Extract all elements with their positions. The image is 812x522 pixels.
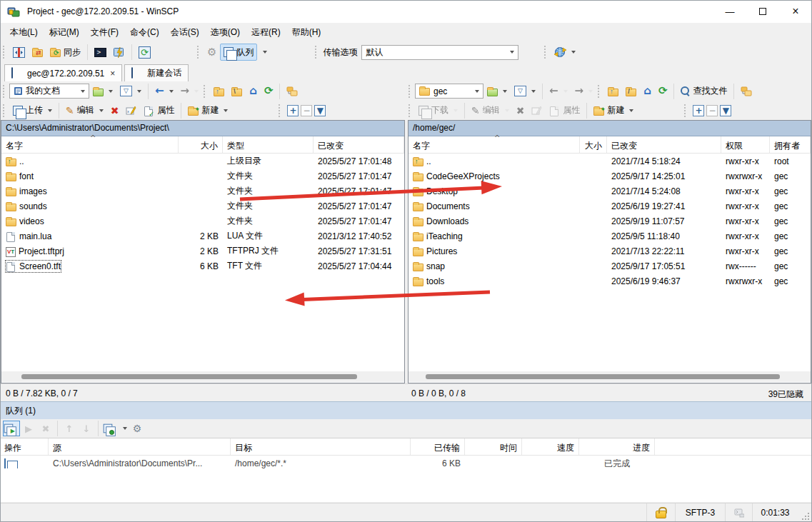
left-properties-button[interactable]: ✓ 属性 (140, 102, 178, 119)
left-new-button[interactable]: ✦ 新建 (184, 102, 231, 119)
column-header-2[interactable]: 已改变 (607, 136, 721, 153)
menu-item-0[interactable]: 本地(L) (4, 24, 44, 41)
left-delete-button[interactable]: ✖ (107, 102, 123, 119)
right-rename-button[interactable] (528, 102, 546, 119)
column-header-2[interactable]: 类型 (223, 136, 314, 153)
file-row[interactable]: videos文件夹2025/5/27 17:01:47 (1, 214, 404, 229)
left-select-button[interactable]: ▼ (314, 105, 326, 116)
menu-item-7[interactable]: 帮助(H) (286, 24, 327, 41)
left-parent-directory-button[interactable]: ↑ (210, 83, 228, 100)
queue-show-button[interactable]: ▶ (3, 421, 20, 436)
local-path-bar[interactable]: C:\Users\Administrator\Documents\Project… (1, 121, 404, 136)
queue-column-header-5[interactable]: 速度 (522, 438, 579, 455)
queue-move-down-button[interactable]: ↓ (78, 421, 95, 436)
queue-column-header-6[interactable]: 进度 (579, 438, 655, 455)
column-header-4[interactable]: 拥有者 (770, 136, 811, 153)
column-header-1[interactable]: 大小 (580, 136, 607, 153)
menu-item-6[interactable]: 远程(R) (246, 24, 286, 41)
session-color-button[interactable] (551, 44, 579, 61)
file-row[interactable]: CodeGeeXProjects2025/9/17 14:25:01rwxrwx… (408, 169, 811, 184)
synchronize-button[interactable]: ⟳ 同步 (46, 44, 84, 61)
toggle-panels-button[interactable] (9, 44, 29, 61)
file-row[interactable]: Pictures2021/7/13 22:22:11rwxr-xr-xgec (408, 244, 811, 259)
menu-item-5[interactable]: 选项(O) (205, 24, 246, 41)
right-delete-button[interactable]: ✖ (513, 102, 528, 119)
queue-column-header-0[interactable]: 操作 (0, 438, 49, 455)
close-button[interactable]: × (779, 0, 812, 23)
right-edit-button[interactable]: ✎ 编辑 (468, 102, 513, 119)
right-drive-combo[interactable]: gec (415, 84, 483, 99)
file-row[interactable]: Downloads2025/9/19 11:07:57rwxr-xr-xgec (408, 214, 811, 229)
close-session-icon[interactable]: × (110, 69, 115, 79)
menu-item-2[interactable]: 文件(F) (85, 24, 124, 41)
file-row[interactable]: tools2025/6/19 9:46:37rwxrwxr-xgec (408, 273, 811, 288)
right-expand-button[interactable]: + (693, 105, 704, 116)
queue-column-header-2[interactable]: 目标 (231, 438, 411, 455)
right-parent-directory-button[interactable]: ↑ (604, 83, 622, 100)
queue-item-row[interactable]: C:\Users\Administrator\Documents\Pr.../h… (0, 456, 812, 471)
left-home-button[interactable]: ⌂ (246, 83, 261, 100)
right-new-button[interactable]: ✦ 新建 (590, 102, 637, 119)
column-header-1[interactable]: 大小 (179, 136, 223, 153)
local-horizontal-scrollbar[interactable] (1, 371, 404, 382)
maximize-button[interactable] (746, 0, 779, 23)
queue-panel-header[interactable]: 队列 (1) (0, 401, 812, 419)
file-row[interactable]: sounds文件夹2025/5/27 17:01:47 (1, 199, 404, 214)
queue-cycle-button[interactable] (101, 421, 129, 436)
file-row[interactable]: Screen0.tft6 KBTFT 文件2025/5/27 17:04:44 (1, 259, 404, 273)
synchronize-browsing-button[interactable]: ⇄ (29, 44, 46, 61)
queue-dropdown-button[interactable] (257, 44, 271, 61)
menu-item-3[interactable]: 命令(C) (124, 24, 165, 41)
file-row[interactable]: font文件夹2025/5/27 17:01:47 (1, 169, 404, 184)
queue-delete-button[interactable]: ✖ (37, 421, 54, 436)
download-button[interactable]: 下载 (415, 102, 461, 119)
preferences-button[interactable]: ⚙ (204, 44, 220, 61)
resize-grip[interactable] (801, 511, 811, 521)
open-console-button[interactable]: > (91, 44, 110, 61)
file-row[interactable]: ↑..上级目录2025/5/27 17:01:48 (1, 154, 404, 169)
right-filter-button[interactable]: ▽ (511, 83, 539, 100)
minimize-button[interactable]: — (713, 0, 746, 23)
right-root-directory-button[interactable]: / (622, 83, 640, 100)
left-back-button[interactable]: ← (151, 83, 177, 100)
upload-button[interactable]: 上传 (9, 102, 56, 119)
left-expand-button[interactable]: + (287, 105, 299, 116)
remote-horizontal-scrollbar[interactable] (408, 371, 811, 382)
right-home-button[interactable]: ⌂ (640, 83, 655, 100)
remote-path-bar[interactable]: /home/gec/ (408, 121, 811, 136)
queue-toggle-button[interactable]: 队列 (220, 44, 257, 61)
right-refresh-button[interactable]: ⟳ (655, 83, 671, 100)
queue-preferences-button[interactable]: ⚙ (129, 421, 146, 436)
right-forward-button[interactable]: → (571, 83, 597, 100)
left-rename-button[interactable]: x (122, 102, 140, 119)
queue-column-header-1[interactable]: 源 (49, 438, 231, 455)
queue-resume-button[interactable]: ▶ (20, 421, 37, 436)
file-row[interactable]: iTeaching2025/9/5 11:18:40rwxr-xr-xgec (408, 229, 811, 244)
right-open-directory-button[interactable] (483, 83, 511, 100)
queue-move-up-button[interactable]: ↑ (61, 421, 78, 436)
left-root-directory-button[interactable]: \ (228, 83, 246, 100)
left-drive-combo[interactable]: 我的文档 (9, 84, 89, 99)
left-tree-button[interactable] (283, 83, 301, 100)
queue-column-header-4[interactable]: 时间 (465, 438, 522, 455)
file-row[interactable]: Desktop2021/7/14 5:24:08rwxr-xr-xgec (408, 184, 811, 199)
refresh-button[interactable]: ⟳ (135, 44, 154, 61)
commands-button[interactable] (110, 44, 129, 61)
right-tree-button[interactable] (737, 83, 756, 100)
menu-item-1[interactable]: 标记(M) (44, 24, 85, 41)
file-row[interactable]: images文件夹2025/5/27 17:01:47 (1, 184, 404, 199)
right-select-button[interactable]: ▼ (720, 105, 731, 116)
right-back-button[interactable]: ← (546, 83, 571, 100)
left-refresh-button[interactable]: ⟳ (261, 83, 277, 100)
file-row[interactable]: snap2025/9/17 17:05:51rwx------gec (408, 259, 811, 273)
left-edit-button[interactable]: ✎ 编辑 (62, 102, 107, 119)
left-forward-button[interactable]: → (177, 83, 203, 100)
find-files-button[interactable]: 查找文件 (677, 83, 731, 100)
file-row[interactable]: ↑..2021/7/14 5:18:24rwxr-xr-xroot (408, 154, 811, 169)
left-filter-button[interactable]: ▽ (116, 83, 145, 100)
session-tab[interactable]: gec@172.20.209.51 × (4, 64, 122, 81)
column-header-3[interactable]: 已改变 (314, 136, 404, 153)
file-row[interactable]: Documents2025/6/19 19:27:41rwxr-xr-xgec (408, 199, 811, 214)
menu-item-4[interactable]: 会话(S) (165, 24, 205, 41)
queue-column-header-3[interactable]: 已传输 (411, 438, 465, 455)
